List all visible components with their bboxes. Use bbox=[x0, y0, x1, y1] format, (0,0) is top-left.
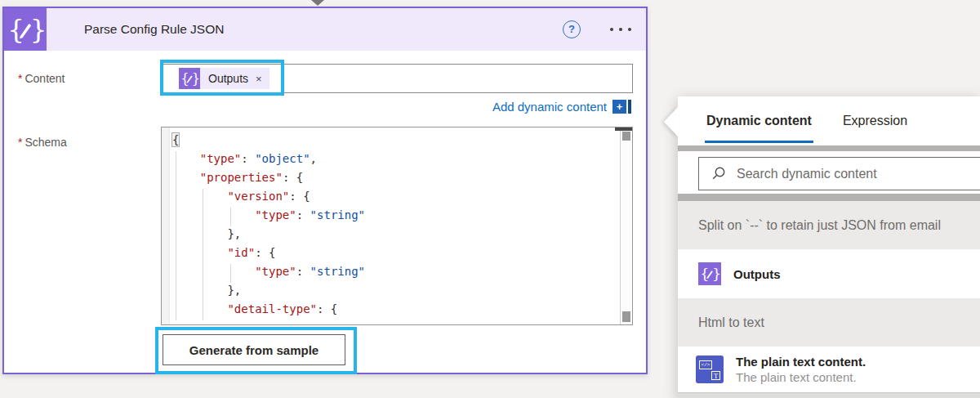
required-marker: * bbox=[18, 72, 22, 85]
schema-scrollbar[interactable] bbox=[620, 127, 632, 324]
dynamic-group-header: Split on `--` to retain just JSON from e… bbox=[678, 201, 980, 249]
parse-json-icon: {} bbox=[698, 262, 721, 285]
schema-field-label: *Schema bbox=[18, 136, 67, 149]
token-body: Outputs × bbox=[200, 68, 270, 89]
list-overflow-row bbox=[678, 392, 980, 398]
search-input[interactable] bbox=[727, 167, 980, 181]
plus-bar-icon bbox=[628, 100, 631, 114]
remove-token-icon[interactable]: × bbox=[256, 73, 262, 85]
action-card-header[interactable]: {} Parse Config Rule JSON ? bbox=[4, 8, 646, 51]
editor-gutter bbox=[162, 127, 170, 324]
add-dynamic-content-label[interactable]: Add dynamic content bbox=[492, 100, 607, 114]
schema-editor[interactable]: { "type": "object", "properties": { "ver… bbox=[161, 127, 633, 325]
panel-tabs: Dynamic contentExpression bbox=[706, 96, 907, 145]
parse-json-icon: {} bbox=[4, 8, 47, 51]
plus-icon[interactable]: + bbox=[612, 100, 626, 114]
panel-beak bbox=[664, 106, 679, 137]
svg-text:{: { bbox=[700, 266, 709, 282]
dynamic-content-item[interactable]: {}Outputs bbox=[678, 249, 980, 298]
content-input[interactable]: {} Outputs × bbox=[161, 64, 633, 93]
svg-text:}: } bbox=[712, 266, 721, 282]
tab-expression[interactable]: Expression bbox=[843, 96, 907, 145]
schema-label-text: Schema bbox=[24, 136, 66, 149]
search-section bbox=[678, 151, 980, 194]
action-title: Parse Config Rule JSON bbox=[84, 8, 224, 51]
svg-text:}: } bbox=[192, 71, 200, 87]
parse-json-action-card: {} Parse Config Rule JSON ? *Content {} … bbox=[2, 7, 648, 374]
panel-divider bbox=[678, 194, 980, 201]
add-dynamic-content-plus-icon[interactable]: + bbox=[612, 100, 631, 114]
help-icon[interactable]: ? bbox=[563, 20, 581, 38]
item-title: Outputs bbox=[733, 267, 781, 281]
tab-dynamic-content[interactable]: Dynamic content bbox=[706, 96, 812, 145]
outputs-token[interactable]: {} Outputs × bbox=[179, 68, 270, 89]
dynamic-group-header: Html to text bbox=[678, 298, 980, 347]
svg-text:{: { bbox=[7, 14, 24, 45]
svg-text:{: { bbox=[180, 71, 189, 87]
add-dynamic-content-link[interactable]: Add dynamic content + bbox=[492, 100, 631, 114]
item-title: The plain text content. bbox=[736, 355, 866, 369]
search-box[interactable] bbox=[698, 157, 980, 190]
token-label: Outputs bbox=[208, 72, 248, 85]
flow-connector-arrow-icon bbox=[311, 0, 324, 6]
scrollbar-bottom-block[interactable] bbox=[622, 311, 630, 322]
scrollbar-thumb[interactable] bbox=[622, 132, 630, 141]
panel-divider bbox=[678, 145, 980, 151]
more-options-icon[interactable] bbox=[610, 28, 631, 31]
html-to-text-icon: </>T bbox=[696, 356, 724, 383]
schema-code[interactable]: { "type": "object", "properties": { "ver… bbox=[172, 131, 617, 319]
dynamic-content-list: Split on `--` to retain just JSON from e… bbox=[678, 201, 980, 392]
flow-designer-canvas: {} Parse Config Rule JSON ? *Content {} … bbox=[0, 0, 980, 398]
svg-text:}: } bbox=[30, 14, 47, 45]
dynamic-content-item[interactable]: </>TThe plain text content.The plain tex… bbox=[678, 347, 980, 392]
item-subtitle: The plain text content. bbox=[736, 370, 866, 384]
scrollbar-overview-strip bbox=[615, 127, 633, 131]
generate-from-sample-button[interactable]: Generate from sample bbox=[163, 334, 345, 365]
search-icon bbox=[710, 166, 727, 182]
content-label-text: Content bbox=[24, 72, 65, 85]
dynamic-content-panel: Dynamic contentExpression Split on `--` … bbox=[678, 96, 980, 398]
required-marker: * bbox=[18, 136, 22, 149]
parse-json-icon: {} bbox=[179, 68, 200, 89]
content-field-label: *Content bbox=[18, 72, 65, 85]
